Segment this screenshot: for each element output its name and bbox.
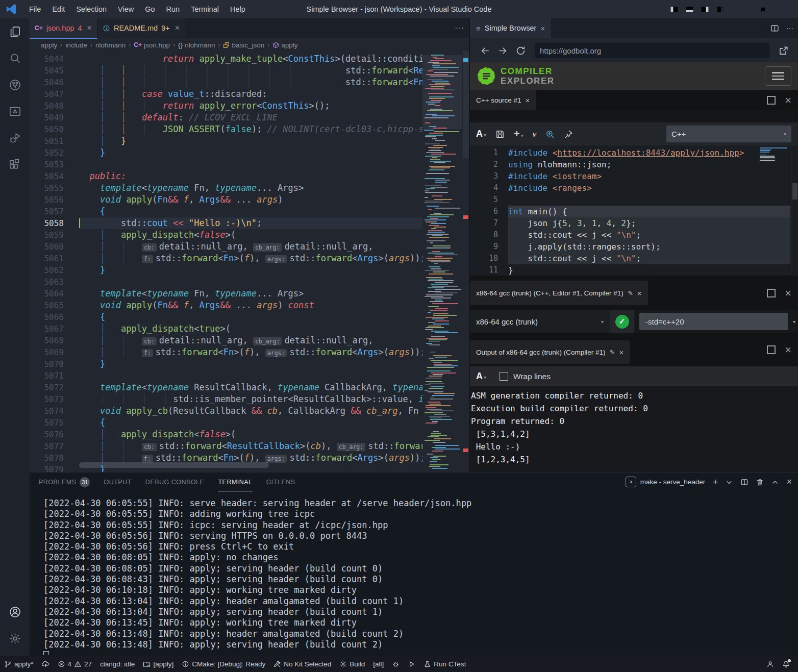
minimize-button[interactable] <box>728 0 751 18</box>
options-dropdown-icon[interactable]: ▾ <box>793 310 798 333</box>
status-item[interactable]: CMake: [Debug]: Ready <box>178 656 269 672</box>
compiler-select[interactable]: x86-64 gcc (trunk) ▾ <box>470 310 610 333</box>
ce-scrollbar-thumb[interactable] <box>792 183 797 200</box>
zoom-icon[interactable] <box>545 130 555 139</box>
back-icon[interactable] <box>480 45 490 56</box>
breadcrumb-item-include[interactable]: include <box>65 41 87 49</box>
menu-item-file[interactable]: File <box>23 0 46 18</box>
activity-search[interactable] <box>0 45 30 71</box>
ce-source-tab[interactable]: C++ source #1 × <box>470 90 536 110</box>
activity-cmake-tools[interactable] <box>0 98 30 125</box>
terminal-output[interactable]: [2022-04-30 06:05:55] INFO: serve_header… <box>43 498 794 655</box>
close-pane-icon[interactable]: × <box>785 97 791 104</box>
toggle-secondary-sidebar-icon[interactable] <box>697 0 712 18</box>
save-icon[interactable] <box>495 130 505 139</box>
status-item[interactable]: clangd: idle <box>96 656 139 672</box>
font-size-button[interactable]: A▾ <box>476 129 486 139</box>
scrollbar-thumb[interactable] <box>463 51 469 158</box>
language-select[interactable]: C++ ▾ <box>666 126 791 142</box>
add-pane-button[interactable]: +▾ <box>514 128 523 140</box>
editor-tab-README.md[interactable]: README.md9+× <box>97 18 185 38</box>
activity-explorer[interactable] <box>0 18 30 45</box>
status-item[interactable]: Build <box>335 656 369 672</box>
vim-mode-icon[interactable]: v <box>533 129 537 139</box>
split-terminal-icon[interactable] <box>740 478 749 486</box>
more-actions-icon[interactable]: ··· <box>786 24 793 32</box>
close-icon[interactable]: × <box>540 24 545 33</box>
new-terminal-icon[interactable]: + <box>712 477 718 488</box>
status-item[interactable]: No Kit Selected <box>269 656 335 672</box>
close-pane-icon[interactable]: × <box>785 346 791 353</box>
overview-ruler[interactable] <box>462 51 469 472</box>
status-item[interactable] <box>38 656 54 672</box>
menu-item-go[interactable]: Go <box>139 0 160 18</box>
code-editor[interactable]: 5044 return apply_make_tuple<ConstThis>(… <box>30 51 469 472</box>
status-item[interactable] <box>778 660 794 668</box>
breadcrumb-item-nlohmann[interactable]: nlohmann <box>95 41 126 49</box>
kill-terminal-icon[interactable] <box>756 478 764 486</box>
more-actions-icon[interactable]: ··· <box>455 18 464 38</box>
maximize-pane-icon[interactable] <box>767 96 776 105</box>
close-icon[interactable]: × <box>175 23 180 33</box>
toggle-panel-icon[interactable] <box>682 0 697 18</box>
ce-output-tab[interactable]: Output of x86-64 gcc (trunk) (Compiler #… <box>470 340 630 364</box>
activity-account[interactable] <box>0 599 30 625</box>
terminal-instance[interactable]: > make - serve_header <box>626 477 706 487</box>
close-icon[interactable]: × <box>526 96 530 105</box>
breadcrumb-item-apply[interactable]: apply <box>272 41 297 49</box>
ce-source-editor[interactable]: 1#include <https://localhost:8443/apply/… <box>470 145 798 276</box>
panel-tab-output[interactable]: OUTPUT <box>104 472 131 491</box>
close-pane-icon[interactable]: × <box>785 290 791 296</box>
tab-simple-browser[interactable]: ≡ Simple Browser × <box>470 18 551 38</box>
ce-minimap[interactable] <box>760 147 788 168</box>
panel-tab-terminal[interactable]: TERMINAL <box>218 472 252 491</box>
customize-layout-icon[interactable] <box>712 0 728 18</box>
status-item[interactable]: [all] <box>369 656 388 672</box>
maximize-panel-icon[interactable] <box>771 478 779 486</box>
hamburger-menu-icon[interactable] <box>765 66 791 86</box>
breadcrumb-item-nlohmann[interactable]: {}nlohmann <box>178 41 215 49</box>
menu-item-terminal[interactable]: Terminal <box>185 0 225 18</box>
launch-profile-icon[interactable] <box>725 478 733 486</box>
status-item[interactable]: 427 <box>54 656 96 672</box>
status-item[interactable]: [apply] <box>139 656 178 672</box>
status-item[interactable] <box>404 656 419 672</box>
panel-tab-gitlens[interactable]: GITLENS <box>266 472 295 491</box>
activity-settings[interactable] <box>0 625 30 652</box>
maximize-pane-icon[interactable] <box>767 289 776 297</box>
compiler-options-input[interactable]: -std=c++20 <box>639 313 788 330</box>
font-size-button[interactable]: A▾ <box>476 371 486 382</box>
close-icon[interactable]: × <box>87 23 92 33</box>
horizontal-scrollbar[interactable] <box>79 462 269 468</box>
panel-tab-problems[interactable]: PROBLEMS31 <box>39 472 90 491</box>
split-editor-icon[interactable] <box>770 24 779 33</box>
editor-tab-json.hpp[interactable]: C+json.hpp4× <box>30 18 97 39</box>
menu-item-selection[interactable]: Selection <box>70 0 112 18</box>
activity-source-control[interactable] <box>0 71 30 98</box>
status-item[interactable] <box>762 660 778 668</box>
breadcrumb-item-basic_json[interactable]: basic_json <box>223 41 264 49</box>
reload-icon[interactable] <box>515 45 526 56</box>
menu-item-edit[interactable]: Edit <box>46 0 70 18</box>
toggle-sidebar-icon[interactable] <box>666 0 682 18</box>
open-external-icon[interactable] <box>778 45 789 56</box>
rename-icon[interactable]: ✎ <box>610 349 615 356</box>
close-icon[interactable]: × <box>619 348 624 357</box>
close-panel-icon[interactable]: × <box>786 477 792 487</box>
menu-item-run[interactable]: Run <box>161 0 186 18</box>
status-item[interactable]: Run CTest <box>419 656 470 672</box>
ce-compiler-tab[interactable]: x86-64 gcc (trunk) (C++, Editor #1, Comp… <box>470 281 648 305</box>
breadcrumb-item-apply[interactable]: apply <box>41 41 57 49</box>
rename-icon[interactable]: ✎ <box>628 289 633 297</box>
breadcrumb-item-json.hpp[interactable]: C+json.hpp <box>134 41 170 49</box>
minimap[interactable] <box>422 51 462 472</box>
close-window-button[interactable] <box>775 0 798 18</box>
status-item[interactable]: apply* <box>0 656 38 672</box>
url-input[interactable] <box>535 43 769 58</box>
menu-item-help[interactable]: Help <box>225 0 251 18</box>
close-icon[interactable]: × <box>637 289 642 297</box>
status-item[interactable] <box>388 656 404 672</box>
maximize-button[interactable] <box>751 0 775 18</box>
maximize-pane-icon[interactable] <box>767 345 776 354</box>
activity-extensions[interactable] <box>0 151 30 178</box>
